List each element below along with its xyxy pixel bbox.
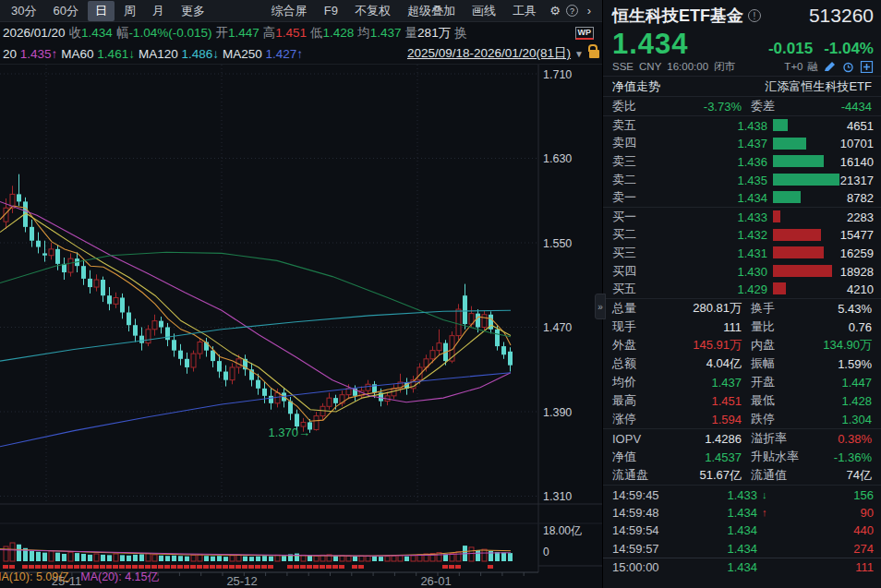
stat-value: -1.36% <box>783 450 872 463</box>
toolbar-button-画线[interactable]: 画线 <box>465 1 503 21</box>
ohlc-item: 均1.437 <box>357 25 401 42</box>
ma-item: MA120 1.486↓ <box>139 47 219 61</box>
margin-badge: 融 <box>808 60 819 74</box>
ohlc-label: 换 <box>454 26 467 40</box>
weibi-row: 委比 -3.73% 委差 -4434 <box>603 96 881 115</box>
stat-value: 0.76 <box>783 319 872 333</box>
buy-order-book: 买一1.4332283买二1.43215477买三1.43116259买四1.4… <box>603 207 881 298</box>
ask-row[interactable]: 卖五1.4384651 <box>603 116 881 135</box>
date-range-text[interactable]: 2025/09/18-2026/01/20(81日) <box>407 45 571 62</box>
stat-value: 5.43% <box>783 301 872 315</box>
chevron-right-icon[interactable]: › <box>580 4 598 18</box>
bid-price: 1.432 <box>658 228 767 242</box>
stat-value: 1.437 <box>657 375 742 389</box>
info-icon[interactable]: ! <box>748 9 761 22</box>
toolbar-button-F9[interactable]: F9 <box>317 2 345 19</box>
period-button-日[interactable]: 日 <box>88 1 115 21</box>
tick-time: 14:59:57 <box>612 541 659 555</box>
bid-row[interactable]: 买五1.4294210 <box>603 280 881 298</box>
panel-collapse-handle[interactable]: » <box>595 294 606 319</box>
ma-item: 20 1.435↑ <box>3 47 57 61</box>
stat-value: 1.4286 <box>657 431 742 445</box>
gear-icon[interactable]: ⚙ <box>546 4 564 18</box>
stat-label: 换手 <box>751 300 775 317</box>
stat-label: 总额 <box>612 355 636 372</box>
period-button-周[interactable]: 周 <box>116 1 143 21</box>
bid-row[interactable]: 买四1.43018928 <box>603 262 881 281</box>
ohlc-label: 幅 <box>116 26 129 40</box>
stat-label: 量比 <box>751 318 775 335</box>
currency-label: CNY <box>639 61 661 72</box>
nav-value-trend-link[interactable]: 净值走势 <box>612 78 660 95</box>
ask-volume: 10701 <box>781 137 874 150</box>
alarm-icon[interactable] <box>841 61 855 73</box>
stat-label: 振幅 <box>751 355 775 372</box>
last-price: 1.434 <box>612 28 689 61</box>
chart-region: 30分60分日周月更多综合屏F9不复权超级叠加画线工具⚙?› 2026/01/2… <box>0 0 602 588</box>
period-button-60分[interactable]: 60分 <box>45 1 85 21</box>
ohlc-info-row: 2026/01/20 收1.434幅-1.04%(-0.015)开1.447高1… <box>0 22 602 43</box>
ask-label: 卖三 <box>612 153 636 170</box>
unlock-icon[interactable] <box>589 50 599 58</box>
down-arrow-icon: ↓ <box>762 489 767 500</box>
date-range-selector[interactable]: 2025/09/18-2026/01/20(81日) ▼ <box>407 45 599 62</box>
kline-chart[interactable]: 1.370→1.7101.6301.5501.4701.3901.31018.0… <box>0 65 602 588</box>
ask-row[interactable]: 卖二1.43521317 <box>603 171 881 189</box>
bid-row[interactable]: 买二1.43215477 <box>603 226 881 245</box>
stat-label: 内盘 <box>751 337 775 354</box>
bid-price: 1.430 <box>658 264 767 278</box>
stat-row: 总额4.04亿振幅1.59% <box>603 354 881 373</box>
ma-value: 1.486↓ <box>178 47 219 61</box>
trading-date: 2026/01/20 <box>3 26 66 40</box>
ohlc-label: 低 <box>310 26 323 40</box>
stat-label: 开盘 <box>751 374 775 390</box>
stat-label: 跌停 <box>751 411 775 427</box>
tick-volume: 440 <box>800 523 874 537</box>
toolbar-button-超级叠加[interactable]: 超级叠加 <box>400 1 463 21</box>
kline-chart-canvas[interactable]: 1.370→1.7101.6301.5501.4701.3901.31018.0… <box>0 65 602 588</box>
ask-row[interactable]: 卖一1.4348782 <box>603 188 881 207</box>
ohlc-value: 1.451 <box>275 26 307 40</box>
stat-row: IOPV1.4286溢折率0.38% <box>603 429 881 448</box>
ma-item: MA250 1.427↑ <box>223 47 303 61</box>
tick-trade-list: 14:59:451.433↓15614:59:481.434↑9014:59:5… <box>603 485 881 575</box>
plus-icon[interactable] <box>860 61 874 73</box>
ma-value: 1.461↓ <box>94 47 135 61</box>
stat-label: IOPV <box>612 431 641 445</box>
tick-time: 14:59:48 <box>612 506 659 520</box>
stat-label: 净值 <box>612 449 636 465</box>
tick-price: 1.433 <box>691 487 757 501</box>
tick-time: 14:59:54 <box>612 523 659 537</box>
period-button-月[interactable]: 月 <box>145 1 172 21</box>
wp-badge-icon[interactable]: WP <box>575 27 595 40</box>
bid-label: 买五 <box>612 281 636 297</box>
tick-row: 15:00:001.434111 <box>603 558 881 575</box>
ohlc-value: -1.04%(-0.015) <box>128 26 211 40</box>
ma-values: 20 1.435↑MA60 1.461↓MA120 1.486↓MA250 1.… <box>3 47 303 61</box>
ma-label: 20 <box>3 47 17 61</box>
toolbar-button-综合屏[interactable]: 综合屏 <box>264 1 315 21</box>
ma-label: MA60 <box>61 47 93 61</box>
bid-volume: 2283 <box>781 210 874 223</box>
period-button-更多[interactable]: 更多 <box>174 1 212 21</box>
bid-row[interactable]: 买一1.4332283 <box>603 208 881 226</box>
toolbar-button-工具[interactable]: 工具 <box>505 1 544 21</box>
ask-row[interactable]: 卖四1.43710701 <box>603 135 881 153</box>
toolbar-button-不复权[interactable]: 不复权 <box>347 1 398 21</box>
svg-text:1.390: 1.390 <box>543 406 572 419</box>
ohlc-value: 1.437 <box>370 26 402 40</box>
ask-row[interactable]: 卖三1.43616140 <box>603 152 881 171</box>
ohlc-item: 换 <box>454 25 467 42</box>
ask-price: 1.434 <box>658 191 767 205</box>
ask-label: 卖四 <box>612 135 636 151</box>
pencil-icon[interactable] <box>823 61 837 73</box>
ohlc-label: 均 <box>357 26 370 40</box>
linked-fund-link[interactable]: 汇添富恒生科技ETF <box>765 78 872 95</box>
chevron-down-icon[interactable]: ▼ <box>574 49 584 59</box>
stat-value: 51.67亿 <box>657 467 742 484</box>
ohlc-item: 开1.447 <box>215 25 259 42</box>
period-button-30分[interactable]: 30分 <box>4 1 43 21</box>
help-icon[interactable]: ? <box>566 5 578 17</box>
stats-block-a: 总量280.81万换手5.43%现手111量比0.76外盘145.91万内盘13… <box>603 298 881 428</box>
bid-row[interactable]: 买三1.43116259 <box>603 244 881 262</box>
